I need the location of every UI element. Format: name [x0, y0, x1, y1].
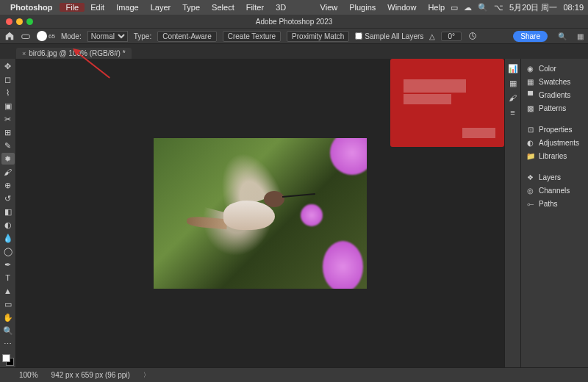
panel-label: Libraries: [539, 152, 567, 160]
document-tab[interactable]: × bird6.jpg @ 100% (RGB/8#) *: [16, 48, 132, 59]
panel-adjustments[interactable]: ◐Adjustments: [521, 137, 588, 148]
menu-file[interactable]: File: [60, 3, 85, 12]
menu-window[interactable]: Window: [381, 3, 422, 12]
panel-swatches[interactable]: ▦Swatches: [521, 76, 588, 87]
history-brush-tool-icon[interactable]: ↺: [1, 192, 15, 204]
menu-edit[interactable]: Edit: [85, 3, 110, 12]
brush-settings-icon[interactable]: 🖌: [507, 93, 519, 103]
window-titlebar: Adobe Photoshop 2023: [0, 15, 588, 28]
dodge-tool-icon[interactable]: ◯: [1, 245, 15, 257]
canvas-area[interactable]: [16, 59, 504, 367]
workspace-icon[interactable]: ▦: [577, 32, 584, 40]
menu-help[interactable]: Help: [422, 3, 451, 12]
status-dimensions[interactable]: 942 px x 659 px (96 ppi): [51, 371, 130, 379]
panel-label: Paths: [539, 200, 558, 208]
panel-libraries[interactable]: 📁Libraries: [521, 151, 588, 162]
svg-rect-0: [22, 35, 30, 38]
menu-plugins[interactable]: Plugins: [343, 3, 381, 12]
menu-view[interactable]: View: [315, 3, 344, 12]
mode-select[interactable]: Normal: [87, 31, 128, 42]
libraries-icon: 📁: [526, 151, 535, 161]
zoom-tool-icon[interactable]: 🔍: [1, 325, 15, 336]
panel-label: Swatches: [539, 78, 570, 86]
battery-icon[interactable]: ▭: [451, 3, 458, 12]
panel-paths[interactable]: ⟜Paths: [521, 198, 588, 209]
menubar-date[interactable]: 5月20日 周一: [509, 2, 557, 13]
properties-icon: ⊡: [526, 125, 535, 134]
panel-color[interactable]: ◉Color: [521, 63, 588, 74]
type-label: Type:: [134, 32, 151, 40]
collapsed-panel-dock: 📊 ▦ 🖌 ≡: [504, 59, 520, 367]
color-icon: ◉: [526, 64, 535, 73]
control-center-icon[interactable]: ⌥: [494, 3, 503, 12]
panel-layers[interactable]: ❖Layers: [521, 172, 588, 183]
crop-tool-icon[interactable]: ✂: [1, 113, 15, 125]
angle-icon[interactable]: △: [429, 32, 435, 40]
marquee-tool-icon[interactable]: ◻: [1, 73, 15, 85]
gradients-icon: ▀: [526, 90, 535, 100]
panel-patterns[interactable]: ▩Patterns: [521, 103, 588, 114]
angle-value[interactable]: 0°: [441, 32, 462, 41]
histogram-icon[interactable]: 📊: [507, 63, 519, 73]
frame-tool-icon[interactable]: ⊞: [1, 126, 15, 138]
tools-panel: ✥ ◻ ⌇ ▣ ✂ ⊞ ✎ ✹ 🖌 ⊕ ↺ ◧ ◐ 💧 ◯ ✒ T ▲ ▭ ✋ …: [0, 59, 16, 367]
home-icon[interactable]: [4, 31, 15, 41]
hand-tool-icon[interactable]: ✋: [1, 311, 15, 323]
edit-toolbar-icon[interactable]: ⋯: [1, 338, 15, 350]
macos-menubar: Photoshop File Edit Image Layer Type Sel…: [0, 0, 588, 15]
tool-preset-icon[interactable]: [21, 31, 31, 41]
zoom-icon[interactable]: [26, 18, 33, 25]
object-select-tool-icon[interactable]: ▣: [1, 100, 15, 112]
share-button[interactable]: Share: [513, 31, 548, 42]
eyedropper-tool-icon[interactable]: ✎: [1, 140, 15, 151]
menu-filter[interactable]: Filter: [240, 3, 270, 12]
menu-image[interactable]: Image: [110, 3, 145, 12]
eraser-tool-icon[interactable]: ◧: [1, 206, 15, 217]
app-name[interactable]: Photoshop: [10, 3, 52, 12]
lasso-tool-icon[interactable]: ⌇: [1, 87, 15, 98]
panel-label: Gradients: [539, 91, 570, 99]
info-icon[interactable]: ▦: [507, 78, 519, 88]
healing-brush-tool-icon[interactable]: ✹: [1, 153, 15, 165]
tab-close-icon[interactable]: ×: [22, 50, 26, 57]
brush-tool-icon[interactable]: 🖌: [1, 166, 15, 178]
rectangle-tool-icon[interactable]: ▭: [1, 298, 15, 310]
tab-label: bird6.jpg @ 100% (RGB/8#) *: [29, 49, 125, 57]
pen-tool-icon[interactable]: ✒: [1, 259, 15, 270]
panel-channels[interactable]: ◎Channels: [521, 185, 588, 196]
move-tool-icon[interactable]: ✥: [1, 60, 15, 72]
panel-gradients[interactable]: ▀Gradients: [521, 90, 588, 101]
brush-preview-icon[interactable]: [37, 31, 47, 41]
sample-all-label: Sample All Layers: [365, 32, 423, 40]
close-icon[interactable]: [6, 18, 12, 25]
cloud-icon[interactable]: ☁: [464, 3, 472, 12]
proximity-match-button[interactable]: Proximity Match: [287, 31, 349, 42]
menu-3d[interactable]: 3D: [270, 3, 292, 12]
menu-select[interactable]: Select: [206, 3, 240, 12]
type-content-aware-button[interactable]: Content-Aware: [157, 31, 217, 42]
status-zoom[interactable]: 100%: [19, 371, 38, 379]
search-icon[interactable]: 🔍: [478, 3, 488, 12]
sample-all-layers-checkbox[interactable]: Sample All Layers: [355, 32, 423, 40]
menu-type[interactable]: Type: [176, 3, 206, 12]
path-select-tool-icon[interactable]: ▲: [1, 285, 15, 297]
create-texture-button[interactable]: Create Texture: [223, 31, 281, 42]
color-swatch[interactable]: [2, 354, 14, 366]
adjustments-mini-icon[interactable]: ≡: [507, 107, 519, 118]
search-tool-icon[interactable]: 🔍: [558, 32, 567, 40]
minimize-icon[interactable]: [16, 18, 23, 25]
pressure-icon[interactable]: [467, 31, 478, 41]
gradient-tool-icon[interactable]: ◐: [1, 219, 15, 231]
status-chevron-icon[interactable]: 〉: [143, 371, 149, 379]
panel-label: Adjustments: [539, 139, 579, 147]
menu-layer[interactable]: Layer: [145, 3, 177, 12]
paths-icon: ⟜: [526, 199, 535, 209]
type-tool-icon[interactable]: T: [1, 272, 15, 284]
adjustments-icon: ◐: [526, 138, 535, 148]
menubar-time[interactable]: 08:19: [563, 3, 584, 12]
panel-properties[interactable]: ⊡Properties: [521, 124, 588, 135]
clone-stamp-tool-icon[interactable]: ⊕: [1, 179, 15, 191]
swatches-icon: ▦: [526, 77, 535, 87]
blur-tool-icon[interactable]: 💧: [1, 232, 15, 244]
document-canvas[interactable]: [154, 138, 367, 289]
